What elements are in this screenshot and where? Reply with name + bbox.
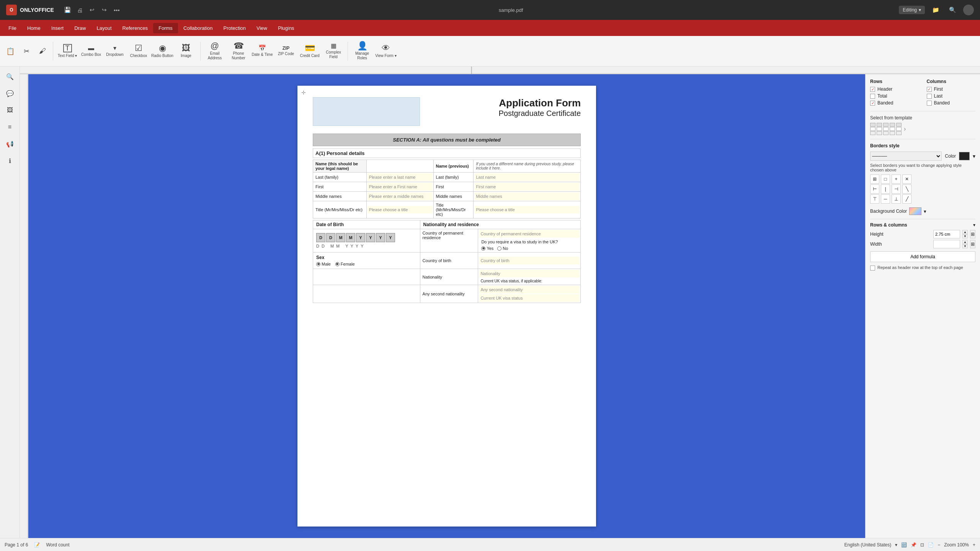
menu-layout[interactable]: Layout <box>91 23 117 33</box>
visa-yes[interactable]: Yes <box>481 246 493 251</box>
template-cell[interactable] <box>877 123 882 127</box>
border-center-btn[interactable]: | <box>881 184 890 194</box>
sidebar-comments[interactable]: 💬 <box>3 86 17 100</box>
menu-references[interactable]: References <box>117 23 153 33</box>
cut-button[interactable]: ✂ <box>19 38 34 64</box>
middle-name-input[interactable]: Please enter a middle names <box>368 192 433 200</box>
manage-roles-button[interactable]: 👤 Manage Roles <box>351 38 373 64</box>
width-up-spinner[interactable]: ▲ <box>962 240 968 244</box>
border-bottom-btn[interactable]: ⊥ <box>892 194 901 204</box>
width-down-spinner[interactable]: ▼ <box>962 244 968 248</box>
email-button[interactable]: @ Email Address <box>204 38 226 64</box>
rows-cols-dropdown-icon[interactable]: ▾ <box>973 222 975 228</box>
editing-mode-button[interactable]: Editing ▾ <box>899 6 925 14</box>
country-perm-input[interactable]: Country of permanent residence <box>479 230 580 238</box>
border-top-btn[interactable]: ⊤ <box>870 194 879 204</box>
height-down-spinner[interactable]: ▼ <box>962 234 968 238</box>
template-cell[interactable] <box>890 127 895 131</box>
total-checkbox[interactable] <box>870 94 875 99</box>
template-cell[interactable] <box>877 127 882 131</box>
print-button[interactable]: 🖨 <box>74 4 86 16</box>
user-avatar[interactable] <box>963 5 974 15</box>
template-cell[interactable] <box>890 123 895 127</box>
menu-view[interactable]: View <box>251 23 273 33</box>
border-inner-btn[interactable]: + <box>892 174 901 184</box>
template-cell[interactable] <box>883 131 889 135</box>
sidebar-search[interactable]: 🔍 <box>3 70 17 83</box>
repeat-header-checkbox[interactable] <box>870 266 875 271</box>
menu-insert[interactable]: Insert <box>46 23 69 33</box>
menu-file[interactable]: File <box>3 23 22 33</box>
sidebar-info[interactable]: ℹ <box>3 154 17 168</box>
color-dropdown-icon[interactable]: ▾ <box>973 153 975 159</box>
border-left-btn[interactable]: ⊢ <box>870 184 879 194</box>
date-time-button[interactable]: 📅 Date & Time <box>251 38 273 64</box>
height-input[interactable] <box>933 230 960 238</box>
visa-no[interactable]: No <box>497 246 508 251</box>
border-right-btn[interactable]: ⊣ <box>892 184 901 194</box>
clipboard-button[interactable]: 📋 <box>3 38 18 64</box>
document-area[interactable]: ✛ Application Form Postgraduate Certific… <box>28 74 865 538</box>
last-name-input[interactable]: Please enter a last name <box>368 173 433 181</box>
phone-button[interactable]: ☎ Phone Number <box>227 38 250 64</box>
template-cell[interactable] <box>883 123 889 127</box>
first-checkbox[interactable] <box>927 87 932 92</box>
menu-plugins[interactable]: Plugins <box>273 23 300 33</box>
border-color-picker[interactable] <box>959 152 970 160</box>
middle-name-prev-input[interactable]: Middle names <box>474 192 580 200</box>
format-painter-button[interactable]: 🖌 <box>35 38 50 64</box>
template-cell[interactable] <box>883 127 889 131</box>
sidebar-track[interactable]: 📢 <box>3 137 17 151</box>
template-cell[interactable] <box>896 131 902 135</box>
zoom-in-btn[interactable]: + <box>973 542 975 548</box>
border-horiz-btn[interactable]: ─ <box>881 194 890 204</box>
sidebar-text[interactable]: ≡ <box>3 120 17 134</box>
border-none-btn[interactable]: ✕ <box>902 174 911 184</box>
image-button[interactable]: 🖼 Image <box>175 38 197 64</box>
template-cell[interactable] <box>896 127 902 131</box>
checkbox-button[interactable]: ☑ Checkbox <box>127 38 150 64</box>
width-input[interactable] <box>933 240 960 248</box>
border-all-btn[interactable]: ⊞ <box>870 174 879 184</box>
combo-box-button[interactable]: ▬ Combo Box <box>80 38 102 64</box>
word-count-label[interactable]: Word count <box>46 542 69 548</box>
border-diag-btn[interactable]: ╲ <box>902 184 911 194</box>
track-changes-icon[interactable]: 📌 <box>911 542 916 548</box>
save-button[interactable]: 💾 <box>62 4 74 16</box>
view-fit-btn[interactable]: ⊡ <box>920 542 924 548</box>
template-cell[interactable] <box>896 123 902 127</box>
second-nationality-input[interactable]: Any second nationality <box>479 286 580 293</box>
first-name-prev-input[interactable]: First name <box>474 183 580 191</box>
template-cell[interactable] <box>870 123 875 127</box>
bg-color-dropdown-icon[interactable]: ▾ <box>924 209 926 214</box>
border-outer-btn[interactable]: □ <box>881 174 890 184</box>
undo-button[interactable]: ↩ <box>86 4 98 16</box>
sex-male[interactable]: Male <box>316 262 331 266</box>
menu-draw[interactable]: Draw <box>69 23 91 33</box>
add-formula-button[interactable]: Add formula <box>870 251 975 262</box>
complex-field-button[interactable]: ▦ Complex Field <box>322 38 345 64</box>
template-cell[interactable] <box>890 131 895 135</box>
credit-card-button[interactable]: 💳 Credit Card <box>299 38 321 64</box>
redo-button[interactable]: ↪ <box>98 4 111 16</box>
banded-rows-checkbox[interactable] <box>870 101 875 106</box>
spell-check-icon[interactable]: 🔡 <box>901 542 907 548</box>
view-form-button[interactable]: 👁 View Form ▾ <box>375 38 397 64</box>
last-name-prev-input[interactable]: Last name <box>474 173 580 181</box>
bg-color-picker[interactable] <box>909 207 921 215</box>
more-button[interactable]: ••• <box>111 4 123 16</box>
border-style-select[interactable]: ───── <box>870 152 942 161</box>
template-cell[interactable] <box>877 131 882 135</box>
height-expand-btn[interactable]: ⊞ <box>970 230 975 238</box>
banded-cols-checkbox[interactable] <box>927 101 932 106</box>
height-up-spinner[interactable]: ▲ <box>962 230 968 234</box>
border-diag2-btn[interactable]: ╱ <box>902 194 911 204</box>
view-fit-page-btn[interactable]: 📄 <box>928 542 934 548</box>
template-cell[interactable] <box>870 127 875 131</box>
sex-female[interactable]: Female <box>335 262 355 266</box>
sidebar-images[interactable]: 🖼 <box>3 103 17 117</box>
country-birth-input[interactable]: Country of birth <box>479 257 580 264</box>
menu-forms[interactable]: Forms <box>153 23 178 33</box>
template-arrow-right[interactable]: › <box>904 126 906 132</box>
language-selector[interactable]: English (United States) <box>844 542 892 548</box>
